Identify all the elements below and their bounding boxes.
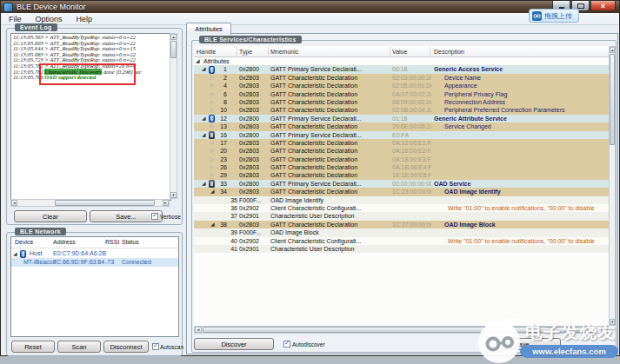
scroll-down-icon[interactable]: ▼ <box>170 192 177 198</box>
col-type[interactable]: Type <box>239 46 252 57</box>
attr-table-row[interactable]: ▷20x2803GATT Characteristic Declaration0… <box>194 74 609 82</box>
checkmark-icon: ✓ <box>153 341 159 349</box>
attr-table-row[interactable]: 370x2901Characteristic User Description <box>194 212 609 220</box>
attr-handle: 41 <box>194 245 237 253</box>
col-description[interactable]: Description <box>434 46 464 57</box>
verbose-checkbox[interactable]: ✓ <box>151 213 158 220</box>
attr-table-row[interactable]: ▷100x2803GATT Characteristic Declaration… <box>194 106 609 114</box>
attr-mnemonic: OAD Image Identify <box>270 196 391 204</box>
attr-description: OAD Image Block <box>432 221 608 228</box>
attr-handle: 12 <box>194 115 227 122</box>
attr-table-row[interactable]: ◢380x2803GATT Characteristic Declaration… <box>194 221 609 228</box>
attr-table-row[interactable]: ▷40x2803GATT Characteristic Declaration0… <box>194 82 609 89</box>
scroll-up-icon[interactable]: ▲ <box>610 47 615 53</box>
watermark-logo-icon <box>472 317 528 364</box>
maximize-icon <box>577 3 584 9</box>
attr-table-row[interactable]: ▷230x2803GATT Characteristic Declaration… <box>194 156 609 163</box>
attr-value: 02:05:00:01:2A <box>392 82 431 89</box>
attr-table-row[interactable]: 400x2902Client Characteristic Configurat… <box>194 237 609 245</box>
event-log-hscrollbar[interactable]: ◄ ► <box>10 199 170 207</box>
attr-mnemonic: GATT Characteristic Declaration <box>270 90 391 98</box>
attr-table-header[interactable]: Handle Type Mnemonic Value Description <box>194 46 609 57</box>
attr-table-row[interactable]: ▷130x2803GATT Characteristic Declaration… <box>194 122 609 130</box>
column-divider <box>237 47 237 56</box>
attr-handle: 23 <box>194 156 227 163</box>
attr-value: 00:00:00:00:00:00:00:00:B0:00:40:5... <box>392 180 431 188</box>
attr-table-row[interactable]: ◢10x2800GATT Primary Service Declarati..… <box>194 65 609 73</box>
attr-value: E0:FA <box>392 131 431 139</box>
attr-table-row[interactable]: ▷260x2803GATT Characteristic Declaration… <box>194 163 609 171</box>
ble-network-table[interactable]: Device Address RSSI Status ◢HostE0:C7:9D… <box>10 236 179 337</box>
attr-type: 0x2800 <box>239 131 259 139</box>
scroll-left-icon[interactable]: ◄ <box>11 200 17 206</box>
col-value[interactable]: Value <box>392 46 407 57</box>
attr-mnemonic: Characteristic User Description <box>270 245 391 253</box>
attr-mnemonic: GATT Characteristic Declaration <box>270 188 391 195</box>
event-log-box[interactable]: 11:13:05.563 > ATT_ReadByTypeRsp: status… <box>10 33 171 201</box>
attr-mnemonic: GATT Primary Service Declarati... <box>270 180 391 188</box>
attr-table-row[interactable]: ◢340x2803GATT Characteristic Declaration… <box>194 188 609 195</box>
attr-table-row[interactable]: 410x2901Characteristic User Description <box>194 245 609 253</box>
ble-network-group: BLE Network Device Address RSSI Status ◢… <box>6 232 183 356</box>
attr-vscrollbar[interactable]: ▲ ▼ <box>609 46 616 326</box>
col-mnemonic[interactable]: Mnemonic <box>270 46 298 57</box>
scroll-thumb[interactable] <box>170 41 177 58</box>
scroll-thumb[interactable] <box>610 54 615 145</box>
autoscan-checkbox[interactable]: ✓ <box>152 343 159 350</box>
attr-description: Peripheral Preferred Connection Paramete… <box>432 106 608 114</box>
autodiscover-label: Autodiscover <box>292 341 325 347</box>
scroll-left-icon[interactable]: ◄ <box>195 327 202 333</box>
attr-handle: 26 <box>194 163 227 171</box>
attr-handle: 38 <box>194 221 227 228</box>
menu-help[interactable]: Help <box>70 15 100 23</box>
attr-description: OAD Image Identify <box>432 188 608 195</box>
scroll-right-icon[interactable]: ► <box>163 200 169 206</box>
disconnect-button[interactable]: Disconnect <box>103 341 149 353</box>
scan-button[interactable]: Scan <box>57 341 101 353</box>
attr-value: 0A:18:00:E3:FA <box>392 156 431 163</box>
attr-table-body: ◢Attributes◢10x2800GATT Primary Service … <box>194 57 609 326</box>
attr-table-row[interactable]: 39F000F...OAD Image Block <box>194 228 609 236</box>
attr-table-row[interactable]: ▷60x2803GATT Characteristic Declaration0… <box>194 90 609 98</box>
attr-table-row[interactable]: 35F000F...OAD Image Identify <box>194 196 609 204</box>
attr-type: 0x2803 <box>239 147 259 155</box>
event-log-vscrollbar[interactable]: ▲ ▼ <box>170 33 177 199</box>
clear-button[interactable]: Clear <box>14 210 87 222</box>
attr-type: 0x2803 <box>239 188 259 195</box>
attr-table-row[interactable]: ◢160x2800GATT Primary Service Declarati.… <box>194 131 609 139</box>
attr-description: Peripheral Privacy Flag <box>432 90 608 98</box>
attr-mnemonic: GATT Characteristic Declaration <box>270 106 391 114</box>
scroll-up-icon[interactable]: ▲ <box>170 34 177 40</box>
discover-button[interactable]: Discover <box>194 338 274 350</box>
menu-options[interactable]: Options <box>29 15 70 23</box>
expander-open-icon[interactable]: ◢ <box>13 249 17 258</box>
attr-type: 0x2800 <box>239 65 259 73</box>
attr-table-row[interactable]: ◢120x2800GATT Primary Service Declarati.… <box>194 115 609 122</box>
attr-table-row[interactable]: ▷170x2803GATT Characteristic Declaration… <box>194 139 609 147</box>
attr-table-row[interactable]: ◢330x2800GATT Primary Service Declarati.… <box>194 180 609 188</box>
device-name: MT-iBeacon <box>23 258 56 267</box>
device-row[interactable]: MT-iBeacon7C:66:9D:9F:63:84-73Connected <box>11 258 178 267</box>
device-row[interactable]: ◢HostE0:C7:9D:64:A6:2B <box>11 249 178 258</box>
attr-description: Device Name <box>432 74 608 82</box>
tab-attributes[interactable]: Attributes <box>186 23 231 35</box>
attr-table-row[interactable]: ▷80x2803GATT Characteristic Declaration0… <box>194 98 609 106</box>
attr-table-row[interactable]: ◢Attributes <box>194 57 609 65</box>
autodiscover-checkbox[interactable]: ✓ <box>283 341 290 347</box>
close-button[interactable]: × <box>590 1 616 11</box>
upload-overlay-button[interactable]: 拖拽上传 <box>529 9 579 23</box>
col-status: Status <box>122 239 139 245</box>
reset-button[interactable]: Reset <box>11 341 55 353</box>
menu-file[interactable]: File <box>2 15 29 23</box>
attr-table-row[interactable]: 360x2902Client Characteristic Configurat… <box>194 204 609 212</box>
attr-table-row[interactable]: ▷200x2803GATT Characteristic Declaration… <box>194 147 609 155</box>
attr-handle: 37 <box>194 212 237 220</box>
scroll-thumb[interactable] <box>55 200 155 206</box>
attr-description: Reconnection Address <box>432 98 608 106</box>
expander-open-icon[interactable]: ◢ <box>196 57 200 65</box>
attr-table-row[interactable]: ▷290x2803GATT Characteristic Declaration… <box>194 171 609 179</box>
attr-value: 01:18 <box>392 115 431 122</box>
app-icon <box>3 3 13 12</box>
col-handle[interactable]: Handle <box>197 46 216 57</box>
attr-type: 0x2902 <box>239 237 259 245</box>
